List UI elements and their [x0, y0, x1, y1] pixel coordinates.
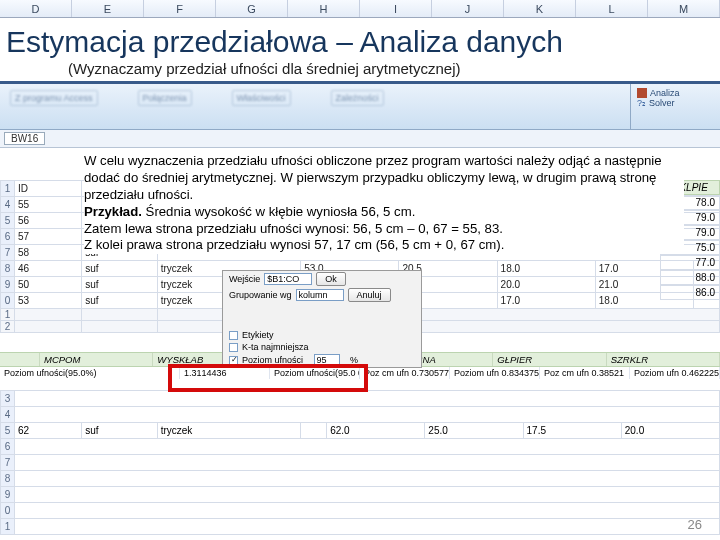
col-L[interactable]: L — [576, 0, 648, 17]
dialog-cb-labels[interactable]: Etykiety — [223, 329, 421, 341]
col-K[interactable]: K — [504, 0, 576, 17]
col-G[interactable]: G — [216, 0, 288, 17]
col-I[interactable]: I — [360, 0, 432, 17]
slide-number: 26 — [688, 517, 702, 532]
column-headers: D E F G H I J K L M — [0, 0, 720, 18]
para-1: W celu wyznaczenia przedziału ufności ob… — [84, 153, 684, 204]
var-szrklr: SZRKLR — [607, 353, 720, 366]
para-3: Zatem lewa strona przedziału ufności wyn… — [84, 221, 684, 238]
lower-grid: 3 4 562suftryczek62.025.017.520.0 6 7 8 … — [0, 390, 720, 535]
dialog-grouping: Grupowanie wg Anuluj — [223, 287, 421, 303]
highlight-rectangle — [168, 364, 368, 392]
checkbox-icon[interactable] — [229, 331, 238, 340]
para-4: Z kolei prawa strona przedziału wynosi 5… — [84, 237, 684, 254]
conf-label: Poziom ufności(95.0%) — [0, 367, 180, 379]
slide-title-block: Estymacja przedziałowa – Analiza danych … — [0, 18, 720, 84]
ribbon-item-analysis[interactable]: Analiza — [637, 88, 714, 98]
descriptive-stats-dialog[interactable]: Wejście Ok Grupowanie wg Anuluj Etykiety… — [222, 270, 422, 368]
ribbon-analysis-group: Analiza ?₂Solver — [630, 84, 720, 129]
ribbon-blur-area: Z programu AccessPołączeniaWłaściwościZa… — [0, 84, 720, 112]
slide-title: Estymacja przedziałowa – Analiza danych — [6, 26, 714, 58]
explanation-overlay: W celu wyznaczenia przedziału ufności ob… — [84, 153, 684, 254]
slide-subtitle: (Wyznaczamy przedział ufności dla średni… — [68, 60, 714, 77]
dialog-input-section: Wejście Ok — [223, 271, 421, 287]
table-row: 562suftryczek62.025.017.520.0 — [1, 423, 720, 439]
analysis-icon — [637, 88, 647, 98]
var-mcpom: MCPOM — [40, 353, 153, 366]
col-E[interactable]: E — [72, 0, 144, 17]
name-box-bar: BW16 — [0, 130, 720, 148]
var-glpier: GŁPIER — [493, 353, 606, 366]
ok-button[interactable]: Ok — [316, 272, 346, 286]
dialog-cb-kth[interactable]: K-ta najmniejsza — [223, 341, 421, 353]
checkbox-icon[interactable] — [229, 343, 238, 352]
cancel-button[interactable]: Anuluj — [348, 288, 391, 302]
para-2: Przykład. Średnia wysokość w kłębie wyni… — [84, 204, 684, 221]
col-F[interactable]: F — [144, 0, 216, 17]
col-H[interactable]: H — [288, 0, 360, 17]
col-M[interactable]: M — [648, 0, 720, 17]
input-range-field[interactable] — [264, 273, 312, 285]
grouping-field[interactable] — [296, 289, 344, 301]
name-box[interactable]: BW16 — [4, 132, 45, 145]
col-D[interactable]: D — [0, 0, 72, 17]
excel-ribbon: Z programu AccessPołączeniaWłaściwościZa… — [0, 84, 720, 130]
col-J[interactable]: J — [432, 0, 504, 17]
ribbon-item-solver[interactable]: ?₂Solver — [637, 98, 714, 108]
